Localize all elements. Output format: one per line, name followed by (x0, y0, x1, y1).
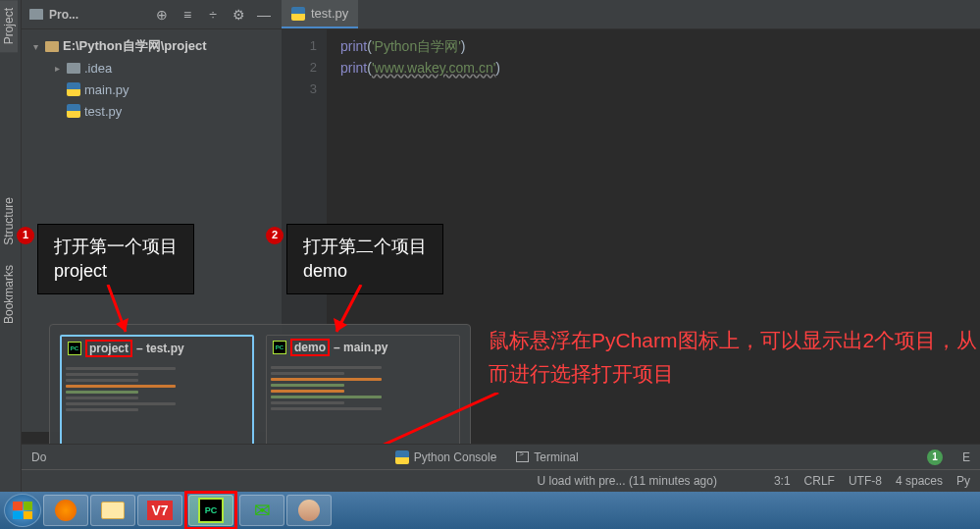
python-console-button[interactable]: Python Console (395, 450, 497, 464)
python-file-icon (67, 104, 80, 118)
collapse-all-icon[interactable]: ÷ (203, 5, 223, 25)
folder-label: .idea (84, 61, 112, 76)
events-label: E (962, 450, 970, 464)
root-label: E:\Python自学网\project (63, 37, 207, 55)
taskbar-pycharm[interactable]: PC (188, 495, 233, 526)
tool-stripe: Project Structure Bookmarks (0, 0, 22, 492)
python-file-icon (67, 82, 80, 96)
taskbar-explorer[interactable] (90, 495, 135, 526)
panel-title: Pro... (49, 8, 146, 22)
code-line: print('www.wakey.com.cn') (340, 57, 980, 79)
pycharm-icon: PC (68, 342, 81, 355)
do-label[interactable]: Do (31, 450, 46, 464)
code-line (340, 79, 980, 100)
file-label: main.py (84, 82, 129, 97)
taskbar-wechat[interactable]: ✉ (239, 495, 284, 526)
project-folder-icon (45, 41, 59, 52)
status-pos[interactable]: 3:1 (774, 474, 791, 488)
tree-folder-idea[interactable]: ▸ .idea (26, 57, 278, 79)
chevron-down-icon[interactable]: ▾ (29, 41, 41, 52)
thumb-name-highlighted: project (85, 340, 132, 357)
project-panel-header: Pro... ⊕ ≡ ÷ ⚙ — (22, 0, 282, 29)
project-tree: ▾ E:\Python自学网\project ▸ .idea main.py t… (22, 29, 282, 128)
start-button[interactable] (4, 494, 41, 527)
expand-all-icon[interactable]: ≡ (178, 5, 197, 25)
select-opened-icon[interactable]: ⊕ (152, 5, 172, 25)
tree-file-main[interactable]: main.py (26, 79, 278, 100)
status-python[interactable]: Py (956, 474, 970, 488)
code-line: print('Python自学网') (340, 35, 980, 57)
bottom-tool-bar: Do Python Console Terminal 1 E (22, 444, 980, 469)
terminal-icon (516, 451, 529, 462)
taskbar-pycharm-highlighted: PC (184, 491, 237, 529)
status-indent[interactable]: 4 spaces (896, 474, 943, 488)
folder-icon (67, 63, 80, 74)
hide-icon[interactable]: — (254, 5, 274, 25)
tree-root[interactable]: ▾ E:\Python自学网\project (26, 35, 278, 57)
pycharm-icon: PC (273, 341, 286, 354)
callout-badge: 2 (266, 227, 284, 244)
taskbar-app-v[interactable]: V7 (137, 495, 182, 526)
callout-1: 1 打开第一个项目 project (37, 224, 194, 294)
status-line-sep[interactable]: CRLF (804, 474, 835, 488)
editor-tab-bar: test.py (282, 0, 980, 29)
tree-file-test[interactable]: test.py (26, 100, 278, 122)
events-badge[interactable]: 1 (927, 450, 943, 465)
stripe-bookmarks[interactable]: Bookmarks (0, 257, 18, 332)
thumb-name-highlighted: demo (290, 339, 330, 356)
stripe-structure[interactable]: Structure (0, 189, 18, 253)
terminal-button[interactable]: Terminal (516, 450, 578, 464)
tab-label: test.py (311, 6, 348, 21)
status-message: U load with pre... (11 minutes ago) (538, 474, 717, 488)
chevron-right-icon[interactable]: ▸ (51, 63, 63, 74)
windows-taskbar: V7 PC ✉ (0, 492, 980, 529)
editor-tab-testpy[interactable]: test.py (282, 0, 358, 28)
status-bar: U load with pre... (11 minutes ago) 3:1 … (22, 469, 980, 492)
callout-2: 2 打开第二个项目 demo (286, 224, 443, 294)
pycharm-icon: PC (198, 498, 224, 523)
taskbar-app-misc[interactable] (286, 495, 332, 526)
python-file-icon (291, 7, 305, 21)
folder-icon (29, 9, 43, 20)
windows-logo-icon (13, 502, 32, 519)
python-icon (395, 450, 409, 464)
taskbar-firefox[interactable] (43, 495, 88, 526)
status-encoding[interactable]: UTF-8 (849, 474, 882, 488)
file-label: test.py (84, 104, 122, 119)
callout-badge: 1 (17, 227, 34, 244)
settings-icon[interactable]: ⚙ (229, 5, 248, 25)
stripe-project[interactable]: Project (0, 0, 18, 52)
annotation-text: 鼠标悬浮在PyCharm图标上，可以显示出2个项目，从而进行选择打开项目 (489, 324, 979, 390)
